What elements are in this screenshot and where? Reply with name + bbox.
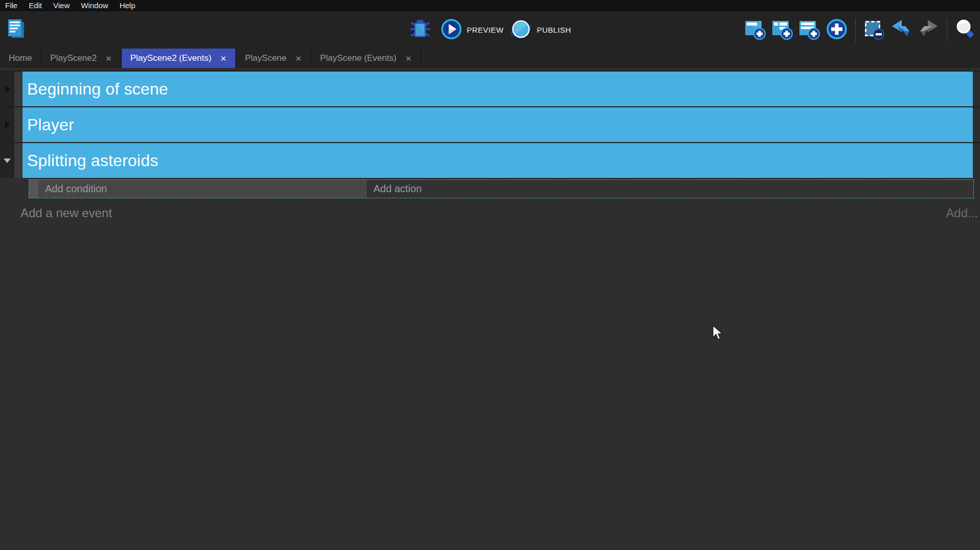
- expand-arrow-icon[interactable]: [4, 158, 11, 163]
- event-drag-handle[interactable]: [14, 143, 22, 178]
- event-drag-handle[interactable]: [29, 180, 38, 198]
- event-group-row[interactable]: Player: [0, 106, 980, 142]
- collapse-arrow-icon[interactable]: [5, 121, 10, 128]
- event-drag-handle[interactable]: [14, 72, 22, 106]
- debugger-bug-icon[interactable]: [409, 18, 432, 42]
- add-sub-event-icon[interactable]: [771, 18, 794, 42]
- collapse-arrow-icon[interactable]: [5, 85, 10, 93]
- collapse-gutter: [0, 72, 14, 106]
- event-drag-handle[interactable]: [14, 107, 22, 142]
- event-group-title[interactable]: Player: [23, 107, 973, 142]
- close-icon[interactable]: ✕: [220, 55, 227, 62]
- selected-empty-event[interactable]: Add condition Add action: [29, 179, 974, 198]
- undo-icon[interactable]: [890, 18, 912, 42]
- toolbar-separator: [947, 18, 947, 42]
- add-button[interactable]: Add...: [946, 206, 978, 220]
- menu-window[interactable]: Window: [75, 0, 114, 11]
- menu-view[interactable]: View: [48, 0, 75, 11]
- project-manager-button[interactable]: [5, 18, 28, 42]
- close-icon[interactable]: ✕: [405, 55, 412, 62]
- toolbar-separator: [855, 18, 856, 42]
- tab-playscene-events[interactable]: PlayScene (Events) ✕: [311, 49, 421, 68]
- menu-bar: File Edit View Window Help: [0, 0, 980, 11]
- event-group-title[interactable]: Splitting asteroids: [23, 143, 973, 178]
- add-event-icon[interactable]: [744, 18, 767, 42]
- event-group-row[interactable]: Splitting asteroids: [0, 142, 980, 178]
- event-group-title[interactable]: Beginning of scene: [23, 72, 973, 106]
- publish-button[interactable]: PUBLISH: [509, 18, 571, 42]
- menu-help[interactable]: Help: [114, 0, 141, 11]
- add-action-button[interactable]: Add action: [367, 180, 973, 198]
- add-event-row: Add a new event Add...: [0, 206, 980, 220]
- close-icon[interactable]: ✕: [105, 55, 112, 62]
- project-manager-icon: [6, 17, 27, 43]
- publish-globe-icon: [509, 18, 532, 42]
- mouse-cursor: [712, 325, 723, 342]
- search-icon[interactable]: [954, 18, 977, 42]
- menu-file[interactable]: File: [0, 0, 23, 11]
- close-icon[interactable]: ✕: [295, 55, 302, 62]
- add-comment-icon[interactable]: [798, 18, 821, 42]
- collapse-gutter: [0, 143, 14, 178]
- event-group-row[interactable]: Beginning of scene: [0, 71, 980, 106]
- preview-label: PREVIEW: [467, 26, 504, 34]
- editor-tab-bar: Home PlayScene2 ✕ PlayScene2 (Events) ✕ …: [0, 49, 980, 68]
- tab-home[interactable]: Home: [0, 49, 41, 68]
- tab-playscene2[interactable]: PlayScene2 ✕: [41, 49, 121, 68]
- main-toolbar: PREVIEW PUBLISH: [0, 11, 980, 49]
- add-event-picker-icon[interactable]: [826, 18, 848, 42]
- publish-label: PUBLISH: [537, 26, 571, 34]
- redo-icon[interactable]: [917, 18, 940, 42]
- events-sheet: Beginning of scene Player Splitting aste…: [0, 68, 980, 220]
- tab-playscene2-events[interactable]: PlayScene2 (Events) ✕: [122, 49, 236, 68]
- preview-button[interactable]: PREVIEW: [441, 18, 504, 42]
- tab-playscene[interactable]: PlayScene ✕: [236, 49, 311, 68]
- delete-selection-icon[interactable]: [863, 18, 885, 42]
- collapse-gutter: [0, 107, 14, 142]
- preview-play-icon: [441, 18, 462, 42]
- menu-edit[interactable]: Edit: [23, 0, 48, 11]
- add-new-event-button[interactable]: Add a new event: [20, 206, 112, 220]
- add-condition-button[interactable]: Add condition: [38, 180, 367, 198]
